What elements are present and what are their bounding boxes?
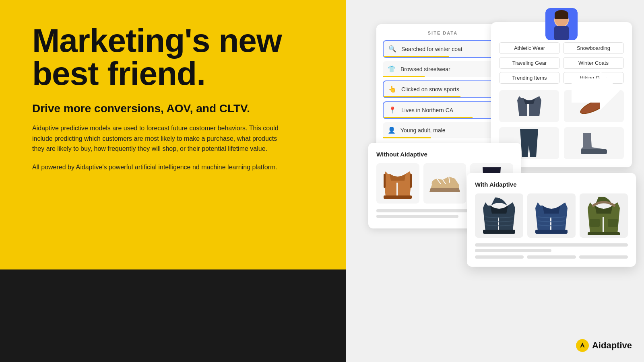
blue-puffer-icon bbox=[535, 197, 568, 235]
site-data-item-search: 🔍 Searched for winter coat bbox=[383, 40, 503, 58]
with-skeleton-4 bbox=[527, 255, 576, 259]
logo-icon bbox=[576, 339, 589, 352]
site-data-item-click: 👆 Clicked on snow sports bbox=[383, 80, 503, 98]
site-data-panel: SITE DATA 🔍 Searched for winter coat 👕 B… bbox=[376, 24, 509, 148]
user-icon: 👤 bbox=[388, 126, 396, 134]
boots-icon bbox=[579, 131, 609, 155]
right-panel: SITE DATA 🔍 Searched for winter coat 👕 B… bbox=[346, 0, 644, 362]
browse-icon: 👕 bbox=[388, 65, 396, 73]
site-data-text-location: Lives in Northern CA bbox=[401, 107, 453, 113]
tag-athletic-wear: Athletic Wear bbox=[499, 42, 560, 54]
product-thumb-jacket bbox=[499, 90, 559, 122]
site-data-item-demo: 👤 Young adult, male bbox=[383, 122, 503, 138]
jacket-icon bbox=[517, 92, 541, 120]
headline: Marketing's new best friend. bbox=[32, 24, 314, 90]
without-panel-title: Without Aidaptive bbox=[376, 151, 513, 158]
user-avatar bbox=[545, 8, 578, 40]
svg-rect-11 bbox=[384, 174, 386, 188]
with-skeleton-3 bbox=[475, 255, 524, 259]
site-data-text-click: Clicked on snow sports bbox=[401, 86, 459, 93]
tag-traveling-gear: Traveling Gear bbox=[499, 57, 560, 69]
with-product-olive-parka bbox=[580, 193, 628, 238]
with-panel-title: With Aidaptive bbox=[475, 181, 628, 188]
site-data-text-browse: Browsed streetwear bbox=[400, 66, 450, 72]
with-skeleton-5 bbox=[579, 255, 628, 259]
site-data-text-demo: Young adult, male bbox=[400, 127, 446, 134]
with-product-blue-puffer bbox=[527, 193, 576, 238]
svg-rect-17 bbox=[590, 219, 600, 227]
with-product-dark-puffer bbox=[475, 193, 523, 238]
tag-trending-items: Trending Items bbox=[499, 72, 560, 84]
site-data-label: SITE DATA bbox=[383, 31, 503, 35]
without-product-bomber bbox=[376, 163, 419, 204]
svg-rect-4 bbox=[554, 26, 569, 40]
with-skeleton-1 bbox=[475, 243, 628, 247]
svg-rect-16 bbox=[588, 232, 620, 235]
subheadline: Drive more conversions, AOV, and CLTV. bbox=[32, 102, 314, 115]
search-icon: 🔍 bbox=[388, 45, 396, 53]
arrow-icon bbox=[572, 70, 620, 111]
svg-rect-10 bbox=[384, 195, 412, 199]
with-products-grid bbox=[475, 193, 628, 238]
olive-parka-icon bbox=[588, 197, 620, 235]
with-skeleton-2 bbox=[475, 249, 551, 252]
pants-icon bbox=[518, 129, 540, 157]
site-data-text-search: Searched for winter coat bbox=[401, 46, 462, 52]
with-panel: With Aidaptive bbox=[467, 173, 636, 267]
svg-rect-9 bbox=[581, 149, 607, 154]
dark-puffer-icon bbox=[483, 197, 515, 235]
skeleton-line-2 bbox=[376, 215, 458, 218]
svg-rect-14 bbox=[483, 230, 515, 234]
tag-snowboarding: Snowboarding bbox=[563, 42, 624, 54]
bomber-jacket-icon bbox=[384, 167, 412, 201]
svg-rect-18 bbox=[608, 219, 618, 227]
site-data-item-location: 📍 Lives in Northern CA bbox=[383, 101, 503, 119]
body-text-1: Aidaptive predictive models are used to … bbox=[32, 123, 290, 154]
location-icon: 📍 bbox=[388, 106, 396, 114]
svg-marker-0 bbox=[572, 70, 620, 111]
site-data-item-browse: 👕 Browsed streetwear bbox=[383, 61, 503, 77]
arrow-container bbox=[572, 70, 620, 112]
sneakers-icon bbox=[429, 173, 461, 195]
logo-text: Aidaptive bbox=[592, 340, 632, 351]
click-icon: 👆 bbox=[388, 85, 396, 93]
product-thumb-boots bbox=[564, 127, 624, 159]
body-text-2: All powered by Aidaptive's powerful arti… bbox=[32, 162, 290, 173]
svg-rect-12 bbox=[410, 174, 412, 188]
tag-winter-coats: Winter Coats bbox=[563, 57, 624, 69]
logo-container: Aidaptive bbox=[576, 339, 632, 352]
bottom-black-panel bbox=[0, 269, 346, 362]
svg-rect-6 bbox=[555, 14, 568, 19]
left-panel: Marketing's new best friend. Drive more … bbox=[0, 0, 346, 362]
avatar-image bbox=[545, 8, 578, 40]
svg-rect-15 bbox=[535, 230, 568, 234]
with-skeleton-row bbox=[475, 255, 628, 259]
aidaptive-brand-icon bbox=[578, 341, 587, 350]
without-product-sneakers bbox=[423, 163, 466, 204]
